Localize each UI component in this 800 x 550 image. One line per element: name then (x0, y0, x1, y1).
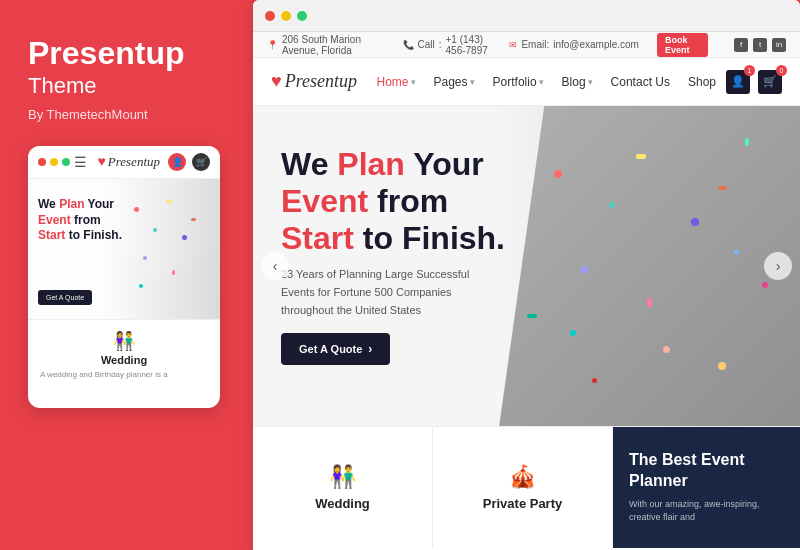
topbar-call-label: Call (418, 39, 435, 50)
logo-heart-icon: ♥ (271, 71, 282, 92)
user-badge: 1 (744, 65, 755, 76)
location-icon: 📍 (267, 40, 278, 50)
hero-title: We Plan Your Event from Start to Finish. (281, 146, 505, 256)
nav-pages[interactable]: Pages ▾ (434, 75, 475, 89)
site-hero: ‹ › We Plan Your Event from Start to Fin… (253, 106, 800, 426)
nav-pages-arrow: ▾ (470, 77, 475, 87)
user-icon: 👤 (731, 75, 745, 88)
email-icon: ✉ (509, 40, 517, 50)
mobile-action-icons: 👤 🛒 (168, 153, 210, 171)
browser-dot-green (297, 11, 307, 21)
site-navbar: ♥ Presentup Home ▾ Pages ▾ Portfolio ▾ B… (253, 58, 800, 106)
mobile-logo-heart-icon: ♥ (97, 154, 105, 170)
social-icons: f t in (734, 38, 786, 52)
topbar-call-number: +1 (143) 456-7897 (446, 34, 492, 56)
card-wedding: 👫 Wedding (253, 427, 433, 548)
hero-btn-arrow-icon: › (368, 342, 372, 356)
nav-portfolio-label: Portfolio (493, 75, 537, 89)
nav-home-label: Home (377, 75, 409, 89)
hero-next-arrow[interactable]: › (764, 252, 792, 280)
cart-icon: 🛒 (763, 75, 777, 88)
site-bottom-cards: 👫 Wedding 🎪 Private Party The Best Event… (253, 426, 800, 548)
nav-home[interactable]: Home ▾ (377, 75, 416, 89)
mobile-hero-line3: Start to Finish. (38, 228, 122, 244)
wedding-card-title: Wedding (315, 496, 370, 511)
linkedin-icon[interactable]: in (772, 38, 786, 52)
mobile-wedding-title: Wedding (40, 354, 208, 366)
mobile-footer: 👫 Wedding A wedding and Birthday planner… (28, 319, 220, 390)
site-logo: ♥ Presentup (271, 71, 357, 92)
topbar-address: 📍 206 South Marion Avenue, Florida (267, 34, 385, 56)
hero-line3: Start to Finish. (281, 220, 505, 257)
hero-get-quote-btn[interactable]: Get A Quote › (281, 333, 390, 365)
topbar-email-label: Email: (521, 39, 549, 50)
facebook-icon[interactable]: f (734, 38, 748, 52)
cart-area: 👤 1 🛒 0 (726, 70, 782, 94)
left-panel: Presentup Theme By ThemetechMount ☰ ♥ Pr… (0, 0, 248, 550)
twitter-icon[interactable]: t (753, 38, 767, 52)
mobile-hamburger-icon[interactable]: ☰ (74, 154, 87, 170)
card-private-party: 🎪 Private Party (433, 427, 613, 548)
nav-blog-label: Blog (562, 75, 586, 89)
private-party-icon: 🎪 (509, 464, 536, 490)
user-icon-box[interactable]: 👤 1 (726, 70, 750, 94)
mobile-user-icon[interactable]: 👤 (168, 153, 186, 171)
card-dark-title: The Best Event Planner (629, 450, 784, 492)
hero-bg-person (499, 106, 800, 426)
nav-pages-label: Pages (434, 75, 468, 89)
book-event-button[interactable]: Book Event (657, 33, 708, 57)
hero-line2: Event from (281, 183, 505, 220)
mobile-wedding-desc: A wedding and Birthday planner is a (40, 369, 208, 380)
browser-chrome-bar (253, 0, 800, 32)
browser-dot-red (265, 11, 275, 21)
hero-content: We Plan Your Event from Start to Finish.… (281, 146, 505, 365)
site-topbar: 📍 206 South Marion Avenue, Florida 📞 Cal… (253, 32, 800, 58)
topbar-email-address: info@example.com (553, 39, 639, 50)
topbar-address-text: 206 South Marion Avenue, Florida (282, 34, 385, 56)
private-party-card-title: Private Party (483, 496, 563, 511)
phone-icon: 📞 (403, 40, 414, 50)
card-best-event-planner: The Best Event Planner With our amazing,… (613, 427, 800, 548)
mobile-mockup: ☰ ♥ Presentup 👤 🛒 (28, 146, 220, 408)
nav-home-arrow: ▾ (411, 77, 416, 87)
mobile-window-controls (38, 158, 70, 166)
nav-blog[interactable]: Blog ▾ (562, 75, 593, 89)
nav-shop[interactable]: Shop (688, 75, 716, 89)
site-logo-text: Presentup (285, 71, 357, 92)
mobile-wedding-icon: 👫 (40, 330, 208, 352)
mobile-hero-line1: We Plan Your (38, 197, 122, 213)
hero-btn-label: Get A Quote (299, 343, 362, 355)
nav-portfolio-arrow: ▾ (539, 77, 544, 87)
nav-portfolio[interactable]: Portfolio ▾ (493, 75, 544, 89)
brand-subtitle: Theme (28, 73, 220, 99)
topbar-call: 📞 Call: +1 (143) 456-7897 (403, 34, 492, 56)
mobile-cart-icon[interactable]: 🛒 (192, 153, 210, 171)
browser-dot-yellow (281, 11, 291, 21)
hero-prev-arrow[interactable]: ‹ (261, 252, 289, 280)
mobile-dot-green (62, 158, 70, 166)
nav-contact-label: Contact Us (611, 75, 670, 89)
cart-badge: 0 (776, 65, 787, 76)
mobile-hero-line2: Event from (38, 213, 122, 229)
mobile-logo: ♥ Presentup (97, 154, 160, 170)
cart-icon-box[interactable]: 🛒 0 (758, 70, 782, 94)
nav-blog-arrow: ▾ (588, 77, 593, 87)
nav-contact[interactable]: Contact Us (611, 75, 670, 89)
wedding-icon: 👫 (329, 464, 356, 490)
mobile-hero: We Plan Your Event from Start to Finish.… (28, 179, 220, 319)
mobile-dot-red (38, 158, 46, 166)
nav-shop-label: Shop (688, 75, 716, 89)
site-nav: Home ▾ Pages ▾ Portfolio ▾ Blog ▾ Contac… (377, 75, 717, 89)
mobile-hero-text: We Plan Your Event from Start to Finish. (38, 197, 122, 244)
topbar-email: ✉ Email: info@example.com (509, 39, 639, 50)
browser-mockup: 📍 206 South Marion Avenue, Florida 📞 Cal… (253, 0, 800, 550)
brand-title: Presentup (28, 36, 220, 71)
brand-by: By ThemetechMount (28, 107, 220, 122)
card-dark-desc: With our amazing, awe-inspiring, creativ… (629, 498, 784, 525)
mobile-dot-yellow (50, 158, 58, 166)
mobile-get-quote-btn[interactable]: Get A Quote (38, 290, 92, 305)
hero-line1: We Plan Your (281, 146, 505, 183)
mobile-top-bar: ☰ ♥ Presentup 👤 🛒 (28, 146, 220, 179)
hero-subtitle: 23 Years of Planning Large Successful Ev… (281, 266, 501, 319)
